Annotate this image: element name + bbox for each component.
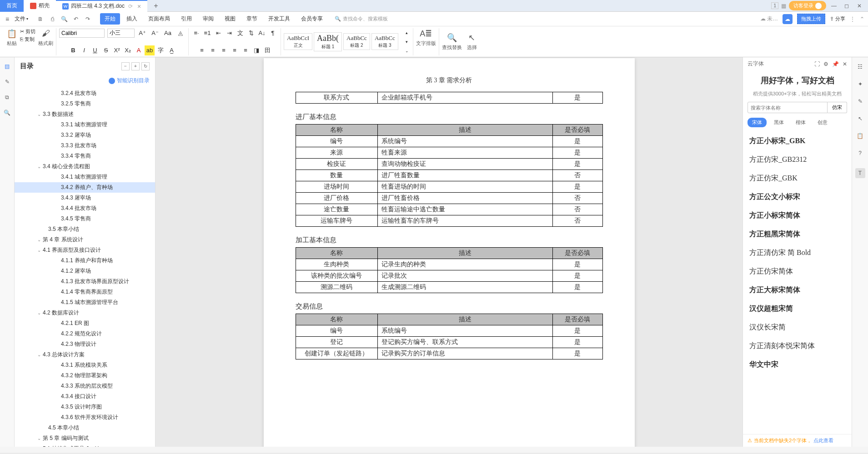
superscript-button[interactable]: X² <box>112 45 122 55</box>
clipboard-tool-icon[interactable]: 📋 <box>855 131 865 141</box>
style-item-2[interactable]: AaBbCc标题 2 <box>343 33 370 50</box>
table-header[interactable]: 名称 <box>296 314 377 325</box>
highlight-button[interactable]: ab <box>145 45 155 55</box>
table-cell[interactable]: 生肉种类 <box>296 259 377 270</box>
outline-item[interactable]: 3.4.2 养殖户、育种场 <box>15 182 155 193</box>
cell[interactable]: 是 <box>552 92 602 104</box>
ribbon-tab-3[interactable]: 引用 <box>176 13 196 25</box>
table-cell[interactable]: 进厂价格 <box>296 193 377 204</box>
ribbon-tab-7[interactable]: 开发工具 <box>264 13 295 25</box>
font-family-select[interactable] <box>59 29 105 38</box>
chevron-down-icon[interactable]: ⌄ <box>37 446 43 447</box>
font-list-item[interactable]: 方正仿宋_GB2312 <box>743 150 852 169</box>
table-cell[interactable]: 系统编号 <box>377 136 552 147</box>
section-title[interactable]: 进厂基本信息 <box>296 113 603 121</box>
outline-item[interactable]: ⌄4.1 界面原型及接口设计 <box>15 245 155 255</box>
decrease-indent-icon[interactable]: ⇤ <box>213 28 223 38</box>
table-header[interactable]: 是否必填 <box>552 314 602 325</box>
outline-item[interactable]: 4.3.1 系统模块关系 <box>15 360 155 370</box>
outline-item[interactable]: 3.4.3 屠宰场 <box>15 193 155 203</box>
outline-item[interactable]: 3.3.3 批发市场 <box>15 140 155 151</box>
font-color-button[interactable]: A <box>134 45 144 55</box>
decrease-font-icon[interactable]: A⁻ <box>150 28 160 38</box>
toolbox-icon[interactable]: ☷ <box>855 62 865 72</box>
command-search[interactable]: 🔍 查找命令、搜索模板 <box>335 15 388 22</box>
table-cell[interactable]: 否 <box>552 204 602 215</box>
cell[interactable]: 联系方式 <box>296 92 377 104</box>
bold-button[interactable]: B <box>68 45 78 55</box>
outline-item[interactable]: 4.1.1 养殖户和育种场 <box>15 255 155 266</box>
cut-button[interactable]: ✂剪切 <box>20 28 35 35</box>
expand-icon[interactable]: ⛶ <box>814 61 820 67</box>
outline-item[interactable]: ⌄第 5 章 编码与测试 <box>15 433 155 444</box>
outline-item[interactable]: ⌄第 4 章 系统设计 <box>15 234 155 245</box>
outline-item[interactable]: ⌄5.1 持续集成工具 Jenkins <box>15 444 155 447</box>
font-search-input[interactable] <box>748 102 828 113</box>
align-center-icon[interactable]: ≡ <box>208 45 218 55</box>
table-cell[interactable]: 否 <box>552 170 602 181</box>
table-cell[interactable]: 查询动物检疫证 <box>377 159 552 170</box>
numbering-icon[interactable]: ≡1 <box>202 28 212 38</box>
collapse-ribbon-icon[interactable]: ⌃ <box>860 16 864 22</box>
table-cell[interactable]: 是 <box>552 181 602 193</box>
chevron-down-icon[interactable]: ⌄ <box>37 436 43 441</box>
font-size-select[interactable] <box>107 29 135 38</box>
maximize-icon[interactable]: ◻ <box>842 1 852 11</box>
outline-item[interactable]: 4.1.2 屠宰场 <box>15 266 155 276</box>
style-up-icon[interactable]: ▴ <box>402 28 412 37</box>
outline-item[interactable]: 4.3.5 设计时序图 <box>15 402 155 412</box>
chevron-down-icon[interactable]: ⌄ <box>37 112 43 117</box>
login-button[interactable]: 访客登录 <box>789 1 826 10</box>
style-down-icon[interactable]: ▾ <box>402 37 412 46</box>
align-left-icon[interactable]: ≡ <box>197 45 207 55</box>
close-tab-icon[interactable]: × <box>137 3 141 10</box>
outline-item[interactable]: 4.2.3 物理设计 <box>15 339 155 349</box>
subscript-button[interactable]: X₂ <box>123 45 133 55</box>
change-case-icon[interactable]: Aa <box>163 28 173 38</box>
table-cell[interactable]: 数量 <box>296 170 377 181</box>
table-cell[interactable]: 系统编号 <box>377 325 552 337</box>
paste-button[interactable]: 📋粘贴 <box>6 28 17 47</box>
table-cell[interactable]: 途亡数量 <box>296 204 377 215</box>
outline-item[interactable]: 3.3.4 零售商 <box>15 151 155 161</box>
outline-item[interactable]: 4.2.2 规范化设计 <box>15 329 155 339</box>
chevron-down-icon[interactable]: ⌄ <box>37 164 43 169</box>
table-cell[interactable]: 是 <box>552 337 602 348</box>
align-justify-icon[interactable]: ≡ <box>230 45 240 55</box>
table-cell[interactable]: 记录生肉的种类 <box>377 259 552 270</box>
more-icon[interactable]: ⋮ <box>850 16 855 22</box>
notice-link[interactable]: 点此查看 <box>813 437 833 444</box>
outline-refresh-icon[interactable]: ↻ <box>141 62 150 70</box>
drag-upload-button[interactable]: 拖拽上传 <box>797 14 825 24</box>
outline-item[interactable]: 4.3.3 系统的层次模型 <box>15 381 155 391</box>
text-layout-button[interactable]: A≣文字排版 <box>416 28 436 47</box>
table-cell[interactable]: 是 <box>552 348 602 359</box>
font-list-item[interactable]: 方正仿宋_GBK <box>743 169 852 188</box>
pin-icon[interactable]: 📌 <box>832 61 839 67</box>
table-header[interactable]: 是否必填 <box>552 248 602 259</box>
ribbon-tab-2[interactable]: 页面布局 <box>144 13 175 25</box>
preview-icon[interactable]: 🔍 <box>60 15 68 23</box>
italic-button[interactable]: I <box>79 45 89 55</box>
ribbon-tab-8[interactable]: 会员专享 <box>296 13 327 25</box>
font-list-item[interactable]: 方正粗黑宋简体 <box>743 225 852 244</box>
find-replace-button[interactable]: 🔍查找替换 <box>442 32 462 51</box>
table-cell[interactable]: 该种类的批次编号 <box>296 270 377 282</box>
gear-icon[interactable]: ⚙ <box>823 61 828 67</box>
outline-item[interactable]: 4.1.4 零售商界面原型 <box>15 287 155 297</box>
style-more-icon[interactable]: ⌄ <box>402 46 412 55</box>
text-direction-icon[interactable]: 文 <box>235 28 245 38</box>
align-right-icon[interactable]: ≡ <box>219 45 229 55</box>
outline-item[interactable]: 3.2.5 零售商 <box>15 99 155 109</box>
outline-item[interactable]: 3.4.5 零售商 <box>15 214 155 224</box>
ribbon-tab-0[interactable]: 开始 <box>100 13 120 25</box>
table-cell[interactable]: 牲畜进场的时间 <box>377 181 552 193</box>
hamburger-icon[interactable]: ≡ <box>4 15 11 23</box>
chevron-down-icon[interactable]: ⌄ <box>37 248 43 253</box>
section-title[interactable]: 加工基本信息 <box>296 236 603 244</box>
increase-indent-icon[interactable]: ⇥ <box>224 28 234 38</box>
outline-item[interactable]: 3.5 本章小结 <box>15 224 155 234</box>
table-cell[interactable]: 否 <box>552 215 602 227</box>
outline-item[interactable]: 3.4.1 城市溯源管理 <box>15 172 155 182</box>
table-cell[interactable]: 运输牲畜车的车牌号 <box>377 215 552 227</box>
